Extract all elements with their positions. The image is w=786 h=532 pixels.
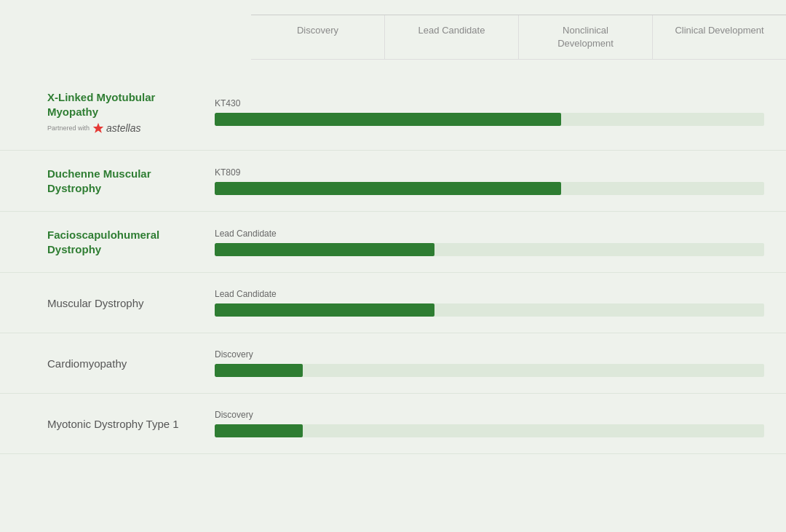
bar-column: Lead Candidate [215, 229, 786, 256]
progress-bar-track [215, 424, 764, 437]
disease-name: Facioscapulohumeral Dystrophy [47, 228, 200, 256]
pipeline-row: Duchenne Muscular DystrophyKT809 [0, 151, 786, 212]
pipeline-row: CardiomyopathyDiscovery [0, 333, 786, 394]
progress-bar-track [215, 303, 764, 317]
bar-column: Lead Candidate [215, 289, 786, 317]
bar-column: Discovery [215, 349, 786, 377]
disease-name: Duchenne Muscular Dystrophy [47, 167, 200, 195]
svg-marker-0 [93, 123, 103, 133]
partner-label: Partnered with astellas [47, 122, 200, 134]
progress-bar-track [215, 113, 764, 126]
disease-name: Cardiomyopathy [47, 357, 200, 371]
progress-bar-fill [215, 364, 303, 377]
header-col-discovery: Discovery [251, 15, 385, 60]
pipeline-rows: X-Linked Myotubular MyopathyPartnered wi… [0, 74, 786, 454]
pipeline-header: DiscoveryLead CandidateNonclinicalDevelo… [251, 15, 786, 60]
stage-label: Discovery [215, 349, 764, 360]
astellas-logo: astellas [92, 122, 140, 134]
pipeline-row: Muscular DystrophyLead Candidate [0, 273, 786, 333]
astellas-star-icon [92, 122, 104, 134]
header-col-clinical: Clinical Development [653, 15, 786, 60]
partnered-with-text: Partnered with [47, 124, 90, 132]
disease-column: Cardiomyopathy [0, 357, 215, 371]
progress-bar-track [215, 182, 764, 195]
disease-column: X-Linked Myotubular MyopathyPartnered wi… [0, 90, 215, 134]
bar-column: Discovery [215, 410, 786, 437]
disease-column: Muscular Dystrophy [0, 296, 215, 311]
progress-bar-fill [215, 243, 434, 256]
pipeline-row: X-Linked Myotubular MyopathyPartnered wi… [0, 74, 786, 151]
bar-column: KT809 [215, 167, 786, 195]
stage-label: KT430 [215, 98, 764, 108]
stage-label: KT809 [215, 167, 764, 178]
progress-bar-track [215, 243, 764, 256]
pipeline-page: DiscoveryLead CandidateNonclinicalDevelo… [0, 0, 786, 483]
progress-bar-fill [215, 303, 434, 317]
disease-column: Facioscapulohumeral Dystrophy [0, 228, 215, 256]
disease-name: Myotonic Dystrophy Type 1 [47, 417, 200, 432]
progress-bar-fill [215, 113, 561, 126]
stage-label: Discovery [215, 410, 764, 420]
pipeline-row: Facioscapulohumeral DystrophyLead Candid… [0, 212, 786, 273]
stage-label: Lead Candidate [215, 229, 764, 239]
progress-bar-fill [215, 182, 561, 195]
pipeline-row: Myotonic Dystrophy Type 1Discovery [0, 394, 786, 454]
progress-bar-track [215, 364, 764, 377]
disease-column: Duchenne Muscular Dystrophy [0, 167, 215, 195]
disease-name: Muscular Dystrophy [47, 296, 200, 311]
disease-column: Myotonic Dystrophy Type 1 [0, 417, 215, 432]
bar-column: KT430 [215, 98, 786, 126]
astellas-name-text: astellas [106, 122, 140, 134]
stage-label: Lead Candidate [215, 289, 764, 299]
header-col-lead-candidate: Lead Candidate [385, 15, 519, 60]
disease-name: X-Linked Myotubular Myopathy [47, 90, 200, 119]
progress-bar-fill [215, 424, 303, 437]
header-col-nonclinical: NonclinicalDevelopment [519, 15, 653, 60]
